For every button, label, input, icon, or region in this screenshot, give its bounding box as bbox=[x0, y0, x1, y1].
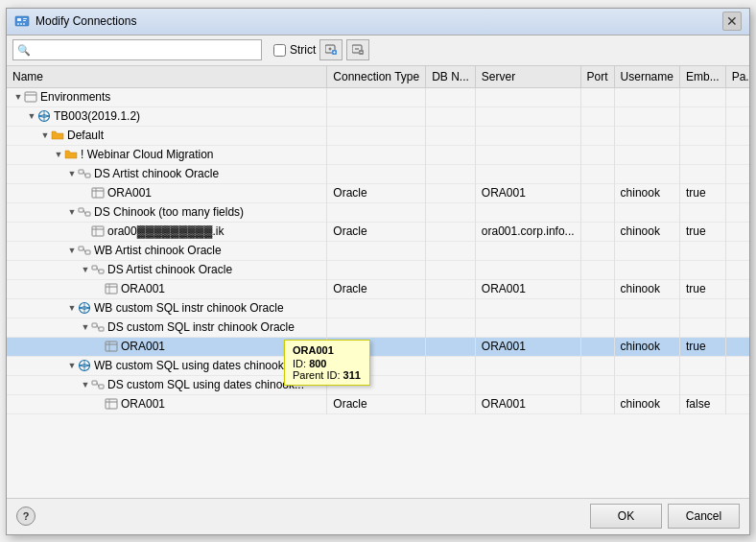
tree-expander[interactable]: ▼ bbox=[66, 302, 78, 314]
cell-conn-type bbox=[327, 106, 426, 126]
tree-expander[interactable]: ▼ bbox=[80, 321, 91, 333]
cell-port bbox=[580, 222, 614, 241]
col-port[interactable]: Port bbox=[580, 66, 614, 88]
table-row[interactable]: ▼ WB custom SQL using dates chinook Orac… bbox=[7, 356, 749, 375]
cell-conn-type bbox=[327, 126, 426, 145]
tree-expander[interactable]: ▼ bbox=[26, 110, 37, 122]
strict-label: Strict bbox=[290, 43, 316, 57]
cell-parent bbox=[725, 318, 749, 337]
svg-rect-40 bbox=[106, 284, 117, 294]
table-row[interactable]: ▼ WB custom SQL instr chinook Oracle bbox=[7, 298, 749, 318]
cell-parent bbox=[725, 106, 749, 126]
col-name[interactable]: Name bbox=[7, 66, 327, 88]
node-label: DS custom SQL instr chinook Oracle bbox=[107, 320, 295, 334]
col-parent[interactable]: Pa... bbox=[725, 66, 749, 88]
cell-db-name bbox=[426, 126, 476, 145]
cell-port bbox=[580, 126, 614, 145]
strict-checkbox-label[interactable]: Strict bbox=[273, 43, 316, 57]
cell-port bbox=[580, 183, 614, 202]
col-conn-type[interactable]: Connection Type bbox=[327, 66, 426, 88]
cell-name: ORA001 bbox=[7, 337, 327, 356]
table-row[interactable]: ▼ DS Chinook (too many fields) bbox=[7, 202, 749, 222]
tree-expander[interactable]: ▼ bbox=[66, 245, 78, 256]
cell-db-name bbox=[426, 202, 476, 222]
svg-rect-0 bbox=[15, 16, 29, 26]
cell-conn-type: Oracle bbox=[327, 183, 426, 202]
tree-expander[interactable]: ▼ bbox=[53, 149, 64, 160]
table-row[interactable]: ▼ ! Webinar Cloud Migration bbox=[7, 145, 749, 164]
node-label: DS Artist chinook Oracle bbox=[107, 263, 232, 276]
col-embedded[interactable]: Emb... bbox=[679, 66, 725, 88]
cell-conn-type bbox=[327, 298, 426, 318]
tree-expander[interactable]: ▼ bbox=[80, 264, 91, 275]
cell-conn-type bbox=[327, 145, 426, 164]
tree-expander[interactable]: ▼ bbox=[66, 206, 78, 218]
table-row[interactable]: ora00▓▓▓▓▓▓▓▓▓.ikOracleora001.corp.info.… bbox=[7, 222, 749, 241]
tree-expander[interactable]: ▼ bbox=[39, 130, 51, 141]
table-row[interactable]: ▼ WB Artist chinook Oracle bbox=[7, 241, 749, 260]
search-icon: 🔍 bbox=[17, 44, 31, 57]
node-label: DS Chinook (too many fields) bbox=[94, 205, 244, 219]
cell-server bbox=[475, 126, 580, 145]
icon-connection bbox=[91, 320, 105, 334]
strict-checkbox[interactable] bbox=[273, 44, 286, 57]
table-row[interactable]: ORA001OracleORA001chinookfalse bbox=[7, 394, 749, 413]
help-button[interactable]: ? bbox=[16, 507, 35, 526]
table-row[interactable]: ▼ Environments bbox=[7, 87, 749, 106]
node-label: ORA001 bbox=[121, 282, 165, 295]
cell-name: ▼ Environments bbox=[7, 87, 327, 106]
remove-button[interactable] bbox=[346, 39, 369, 60]
close-button[interactable]: ✕ bbox=[722, 12, 742, 31]
node-label: ORA001 bbox=[107, 186, 152, 200]
table-row[interactable]: ▼ DS custom SQL using dates chinook... bbox=[7, 375, 749, 394]
table-row[interactable]: ORA001OracleORA001chinooktrue bbox=[7, 183, 749, 202]
cell-port bbox=[580, 279, 614, 298]
cell-db-name bbox=[426, 356, 476, 375]
add-button[interactable] bbox=[319, 39, 343, 60]
table-row[interactable]: ▼ TB003(2019.1.2) bbox=[7, 106, 749, 126]
table-row[interactable]: ▼ DS Artist chinook Oracle bbox=[7, 164, 749, 183]
table-container[interactable]: Name Connection Type DB N... Server Port… bbox=[7, 66, 749, 498]
svg-rect-37 bbox=[92, 266, 97, 270]
table-row[interactable]: ▼ DS custom SQL instr chinook Oracle bbox=[7, 318, 749, 337]
col-username[interactable]: Username bbox=[614, 66, 679, 88]
cell-conn-type: Oracle bbox=[327, 222, 426, 241]
cell-name: ▼ DS custom SQL instr chinook Oracle bbox=[7, 318, 327, 337]
cell-embedded: true bbox=[679, 337, 725, 356]
cell-port bbox=[580, 164, 614, 183]
cell-username bbox=[614, 241, 679, 260]
cell-conn-type bbox=[327, 87, 426, 106]
cell-username bbox=[614, 356, 679, 375]
tree-expander bbox=[93, 283, 105, 295]
cell-embedded bbox=[679, 87, 725, 106]
tree-expander[interactable]: ▼ bbox=[80, 379, 91, 390]
tree-expander[interactable]: ▼ bbox=[66, 168, 78, 179]
search-input[interactable] bbox=[34, 44, 257, 56]
cell-embedded bbox=[679, 318, 725, 337]
tree-expander[interactable]: ▼ bbox=[66, 360, 78, 371]
tree-expander[interactable]: ▼ bbox=[12, 91, 24, 103]
cell-conn-type bbox=[327, 202, 426, 222]
table-row[interactable]: ▼ Default bbox=[7, 126, 749, 145]
cell-port bbox=[580, 260, 614, 279]
table-row[interactable]: ▼ DS Artist chinook Oracle bbox=[7, 260, 749, 279]
ok-button[interactable]: OK bbox=[590, 504, 662, 529]
icon-table bbox=[91, 186, 105, 200]
cell-name: ORA001 bbox=[7, 394, 327, 413]
cancel-button[interactable]: Cancel bbox=[668, 504, 740, 529]
col-server[interactable]: Server bbox=[475, 66, 580, 88]
cell-db-name bbox=[426, 241, 476, 260]
table-row[interactable]: ORA001OracleORA001chinooktrue bbox=[7, 279, 749, 298]
tree-expander bbox=[80, 225, 91, 237]
svg-rect-56 bbox=[99, 385, 104, 389]
table-row[interactable]: ORA001OracleORA001chinooktrue bbox=[7, 337, 749, 356]
cell-name: ▼ DS Chinook (too many fields) bbox=[7, 202, 327, 222]
col-db-name[interactable]: DB N... bbox=[426, 66, 476, 88]
cell-parent bbox=[725, 375, 749, 394]
cell-parent bbox=[725, 202, 749, 222]
cell-db-name bbox=[426, 337, 476, 356]
cell-embedded bbox=[679, 375, 725, 394]
cell-name: ▼ DS Artist chinook Oracle bbox=[7, 164, 327, 183]
svg-rect-58 bbox=[106, 399, 117, 409]
cell-embedded bbox=[679, 298, 725, 318]
